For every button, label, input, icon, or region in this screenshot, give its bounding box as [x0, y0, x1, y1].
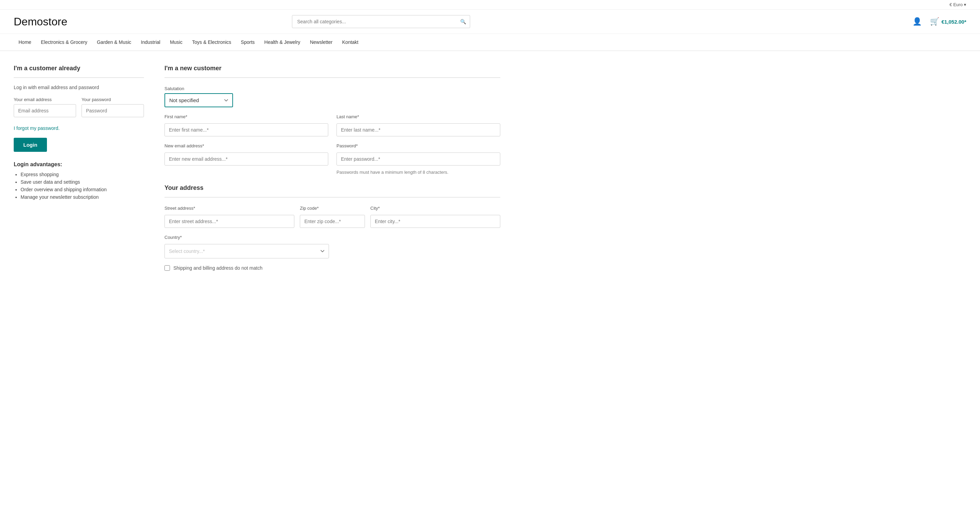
login-password-input[interactable]	[81, 104, 144, 117]
billing-address-label: Shipping and billing address do not matc…	[173, 265, 262, 271]
login-subtitle: Log in with email address and password	[14, 85, 144, 90]
first-name-label: First name*	[164, 114, 328, 119]
nav-item-electronics-grocery[interactable]: Electronics & Grocery	[36, 34, 92, 50]
address-section-title: Your address	[164, 184, 500, 192]
user-account-button[interactable]: 👤	[913, 17, 922, 26]
billing-address-row: Shipping and billing address do not matc…	[164, 265, 500, 271]
password-field-group: Your password	[81, 97, 144, 117]
email-password-row: New email address* Password* Passwords m…	[164, 143, 500, 175]
header-icons: 👤 🛒 €1,052.00*	[913, 17, 966, 26]
new-password-input[interactable]	[336, 153, 500, 165]
cart-icon: 🛒	[930, 17, 939, 26]
nav-item-kontakt[interactable]: Kontakt	[337, 34, 363, 50]
email-field-group: Your email address	[14, 97, 76, 117]
logo-bold: Demo	[14, 16, 43, 28]
new-email-input[interactable]	[164, 153, 328, 165]
advantages-title: Login advantages:	[14, 161, 144, 168]
search-bar: 🔍	[292, 15, 470, 28]
new-password-field-group: Password* Passwords must have a minimum …	[336, 143, 500, 175]
country-field-group: Country* Select country...* Germany Aust…	[164, 235, 500, 258]
logo-light: store	[43, 16, 67, 28]
nav-item-sports[interactable]: Sports	[236, 34, 259, 50]
salutation-label: Salutation	[164, 86, 500, 91]
country-label: Country*	[164, 235, 500, 240]
nav-item-toys-electronics[interactable]: Toys & Electronics	[187, 34, 236, 50]
email-label: Your email address	[14, 97, 76, 102]
address-row: Street address* Zip code* City*	[164, 206, 500, 228]
advantage-item: Express shopping	[21, 172, 144, 177]
salutation-select[interactable]: Not specified Mr. Ms. Mx.	[164, 93, 233, 107]
salutation-field-group: Salutation Not specified Mr. Ms. Mx.	[164, 86, 500, 107]
divider-address	[164, 197, 500, 197]
advantage-item: Manage your newsletter subscription	[21, 194, 144, 200]
new-customer-title: I'm a new customer	[164, 65, 500, 72]
last-name-input[interactable]	[336, 123, 500, 137]
new-email-label: New email address*	[164, 143, 328, 148]
street-input[interactable]	[164, 215, 294, 228]
city-label: City*	[371, 206, 500, 211]
city-input[interactable]	[371, 215, 500, 228]
cart-amount: €1,052.00*	[941, 19, 966, 25]
nav-item-home[interactable]: Home	[14, 34, 36, 50]
search-icon: 🔍	[460, 19, 466, 24]
nav-item-garden-music[interactable]: Garden & Music	[92, 34, 136, 50]
currency-selector[interactable]: € Euro ▾	[950, 2, 966, 7]
nav-item-industrial[interactable]: Industrial	[136, 34, 165, 50]
first-name-field-group: First name*	[164, 114, 328, 137]
zip-field-group: Zip code*	[300, 206, 365, 228]
nav-item-newsletter[interactable]: Newsletter	[305, 34, 337, 50]
main-content: I'm a customer already Log in with email…	[0, 51, 514, 291]
new-customer-section: I'm a new customer Salutation Not specif…	[164, 65, 500, 271]
password-label: Your password	[81, 97, 144, 102]
nav-item-health-jewelry[interactable]: Health & Jewelry	[259, 34, 305, 50]
divider-right	[164, 78, 500, 78]
last-name-field-group: Last name*	[336, 114, 500, 137]
existing-customer-section: I'm a customer already Log in with email…	[14, 65, 144, 271]
main-nav: Home Electronics & Grocery Garden & Musi…	[0, 34, 980, 51]
new-email-field-group: New email address*	[164, 143, 328, 175]
advantage-item: Save user data and settings	[21, 179, 144, 185]
street-label: Street address*	[164, 206, 294, 211]
existing-customer-title: I'm a customer already	[14, 65, 144, 72]
logo: Demostore	[14, 16, 67, 28]
password-hint: Passwords must have a minimum length of …	[336, 170, 500, 175]
name-row: First name* Last name*	[164, 114, 500, 137]
login-button[interactable]: Login	[14, 138, 47, 152]
nav-item-music[interactable]: Music	[165, 34, 188, 50]
advantages-list: Express shopping Save user data and sett…	[14, 172, 144, 200]
new-password-label: Password*	[336, 143, 500, 148]
billing-address-checkbox[interactable]	[164, 265, 170, 271]
city-field-group: City*	[371, 206, 500, 228]
street-field-group: Street address*	[164, 206, 294, 228]
login-email-input[interactable]	[14, 104, 76, 117]
first-name-input[interactable]	[164, 123, 328, 137]
login-fields-row: Your email address Your password	[14, 97, 144, 117]
forgot-password-link[interactable]: I forgot my password.	[14, 126, 60, 131]
zip-input[interactable]	[300, 215, 365, 228]
country-select[interactable]: Select country...* Germany Austria Switz…	[164, 244, 329, 258]
advantage-item: Order overview and shipping information	[21, 187, 144, 192]
search-input[interactable]	[292, 15, 470, 28]
divider-left	[14, 78, 144, 78]
last-name-label: Last name*	[336, 114, 500, 119]
zip-label: Zip code*	[300, 206, 365, 211]
cart-button[interactable]: 🛒 €1,052.00*	[930, 17, 966, 26]
